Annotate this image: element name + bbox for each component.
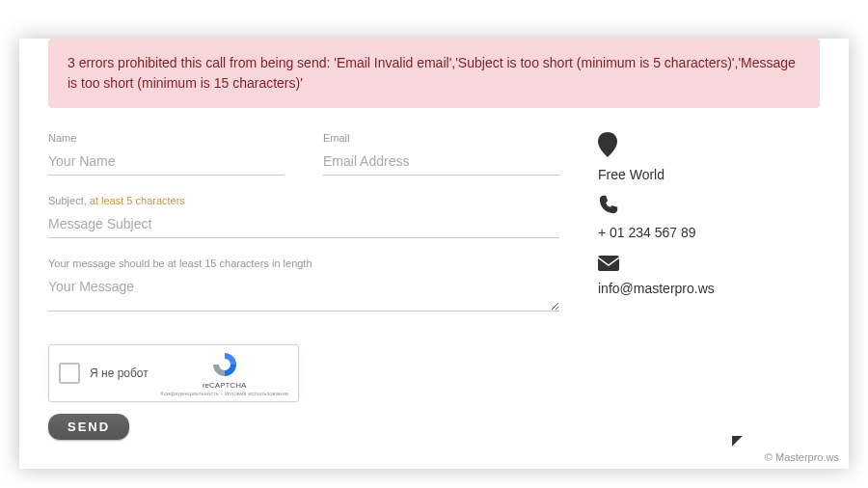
email-label: Email xyxy=(323,132,559,144)
watermark: © Masterpro.ws xyxy=(765,451,839,463)
message-label: Your message should be at least 15 chara… xyxy=(48,258,559,269)
phone-icon xyxy=(598,194,820,221)
envelope-icon xyxy=(598,252,820,277)
recaptcha-label: Я не робот xyxy=(90,366,149,380)
location-text: Free World xyxy=(598,167,820,182)
email-text: info@masterpro.ws xyxy=(598,281,820,296)
form-column: Name Email Subject, at least 5 character… xyxy=(48,132,598,440)
recaptcha-checkbox[interactable] xyxy=(59,363,80,384)
subject-label-text: Subject, xyxy=(48,195,90,206)
cursor-icon: ◤ xyxy=(732,432,743,447)
phone-item: + 01 234 567 89 xyxy=(598,194,820,240)
contact-card: 3 errors prohibited this call from being… xyxy=(19,39,849,469)
svg-rect-0 xyxy=(598,256,619,271)
name-field: Name xyxy=(48,132,285,176)
phone-text: + 01 234 567 89 xyxy=(598,225,820,240)
message-field: Your message should be at least 15 chara… xyxy=(48,258,559,315)
recaptcha-brand: reCAPTCHA xyxy=(160,381,288,390)
subject-error-text: at least 5 characters xyxy=(90,195,185,206)
send-button[interactable]: SEND xyxy=(48,414,129,440)
subject-input[interactable] xyxy=(48,210,559,238)
location-item: Free World xyxy=(598,132,820,182)
email-field: Email xyxy=(323,132,559,176)
error-alert: 3 errors prohibited this call from being… xyxy=(48,39,820,108)
name-input[interactable] xyxy=(48,148,285,176)
email-input[interactable] xyxy=(323,148,559,176)
message-textarea[interactable] xyxy=(48,273,559,312)
recaptcha-icon xyxy=(210,350,239,379)
content-row: Name Email Subject, at least 5 character… xyxy=(19,132,849,440)
recaptcha-logo: reCAPTCHA Конфиденциальность - Условия и… xyxy=(160,350,288,396)
contact-info: Free World + 01 234 567 89 info@masterpr… xyxy=(598,132,820,440)
recaptcha-terms: Конфиденциальность - Условия использован… xyxy=(160,391,288,396)
name-label: Name xyxy=(48,132,285,144)
map-marker-icon xyxy=(598,132,820,163)
subject-label: Subject, at least 5 characters xyxy=(48,195,559,206)
recaptcha[interactable]: Я не робот reCAPTCHA Конфиденциальность … xyxy=(48,344,299,402)
email-item: info@masterpro.ws xyxy=(598,252,820,296)
subject-field: Subject, at least 5 characters xyxy=(48,195,559,238)
